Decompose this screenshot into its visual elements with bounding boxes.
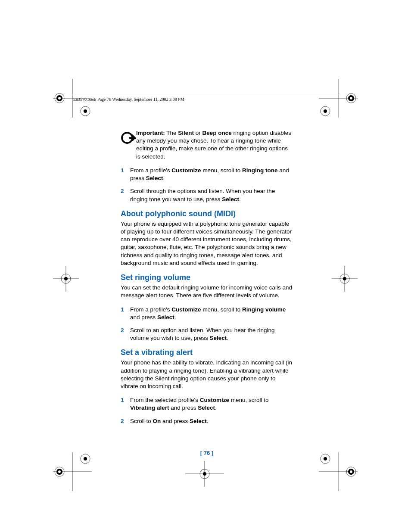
t: Select (157, 314, 174, 320)
step-number: 1 (121, 167, 130, 182)
t: Scroll to (130, 418, 153, 424)
important-text: Important: The Silent or Beep once ringi… (136, 129, 293, 161)
t: From a profile's (130, 167, 171, 174)
t: Ringing tone (242, 167, 277, 174)
svg-point-7 (84, 109, 87, 113)
svg-point-22 (343, 277, 346, 280)
t: On (153, 418, 161, 424)
heading-polyphonic: About polyphonic sound (MIDI) (121, 209, 293, 218)
registration-mark-icon (53, 79, 92, 119)
step-number: 1 (121, 306, 130, 321)
registration-mark-icon (319, 452, 358, 493)
t: Scroll to an option and listen. When you… (130, 327, 274, 341)
step-number: 1 (121, 396, 130, 412)
t: The (165, 130, 178, 136)
list-item: 1 From a profile's Customize menu, scrol… (121, 167, 293, 182)
page-content: Important: The Silent or Beep once ringi… (121, 129, 293, 431)
body-vibrating-alert: Your phone has the ability to vibrate, i… (121, 359, 293, 390)
list-item: 2 Scroll through the options and listen.… (121, 187, 293, 203)
svg-point-38 (350, 470, 352, 473)
t: . (239, 196, 241, 202)
t: Beep once (202, 130, 232, 136)
t: . (215, 404, 217, 411)
t: Select (210, 335, 227, 341)
t: menu, scroll to (229, 397, 269, 403)
registration-mark-icon (185, 461, 224, 488)
list-item: 1 From a profile's Customize menu, scrol… (121, 306, 293, 321)
t: Ringing volume (242, 306, 286, 313)
t: Select (198, 404, 215, 411)
heading-vibrating-alert: Set a vibrating alert (121, 348, 293, 357)
svg-point-5 (58, 97, 61, 100)
t: Vibrating alert (130, 404, 169, 411)
t: menu, scroll to (201, 306, 242, 313)
t: From a profile's (130, 306, 171, 313)
svg-point-18 (64, 277, 68, 280)
t: Select (146, 175, 163, 181)
svg-point-29 (84, 457, 87, 460)
t: and press (161, 418, 190, 424)
steps-vibrating-alert: 1 From the selected profile's Customize … (121, 396, 293, 425)
t: . (227, 335, 228, 341)
t: . (163, 175, 165, 181)
t: Scroll through the options and listen. W… (130, 188, 275, 202)
important-label: Important: (136, 130, 165, 136)
svg-point-40 (324, 457, 327, 460)
t: Silent (178, 130, 194, 136)
t: Select (190, 418, 207, 424)
step-number: 2 (121, 417, 130, 425)
step-number: 2 (121, 327, 130, 342)
t: menu, scroll to (201, 167, 242, 174)
step-text: Scroll to an option and listen. When you… (130, 327, 293, 342)
t: Customize (200, 397, 229, 403)
list-item: 2 Scroll to On and press Select. (121, 417, 293, 425)
steps-ringing-tone: 1 From a profile's Customize menu, scrol… (121, 167, 293, 203)
important-note: Important: The Silent or Beep once ringi… (121, 129, 293, 161)
registration-mark-icon (319, 79, 358, 119)
svg-point-12 (350, 97, 352, 100)
svg-point-27 (58, 470, 61, 473)
t: and press (130, 314, 157, 320)
t: From the selected profile's (130, 397, 200, 403)
t: Customize (171, 306, 201, 313)
t: Customize (171, 167, 201, 174)
list-item: 2 Scroll to an option and listen. When y… (121, 327, 293, 342)
header-rule (69, 95, 340, 95)
steps-ringing-volume: 1 From a profile's Customize menu, scrol… (121, 306, 293, 342)
step-text: Scroll to On and press Select. (130, 417, 293, 425)
t: or (194, 130, 202, 136)
step-text: From the selected profile's Customize me… (130, 396, 293, 412)
page-number: [ 76 ] (121, 450, 293, 456)
step-text: From a profile's Customize menu, scroll … (130, 167, 293, 182)
list-item: 1 From the selected profile's Customize … (121, 396, 293, 412)
t: . (174, 314, 176, 320)
body-polyphonic: Your phone is equipped with a polyphonic… (121, 220, 293, 267)
step-text: Scroll through the options and listen. W… (130, 187, 293, 203)
t: Select (222, 196, 239, 202)
t: and press (169, 404, 198, 411)
step-text: From a profile's Customize menu, scroll … (130, 306, 293, 321)
svg-point-14 (324, 109, 327, 113)
registration-mark-icon (53, 452, 92, 493)
important-icon (121, 129, 136, 161)
heading-ringing-volume: Set ringing volume (121, 273, 293, 282)
step-number: 2 (121, 187, 130, 203)
body-ringing-volume: You can set the default ringing volume f… (121, 284, 293, 299)
registration-mark-icon (332, 266, 358, 293)
registration-mark-icon (53, 266, 79, 293)
t: . (207, 418, 209, 424)
svg-point-33 (203, 472, 206, 476)
